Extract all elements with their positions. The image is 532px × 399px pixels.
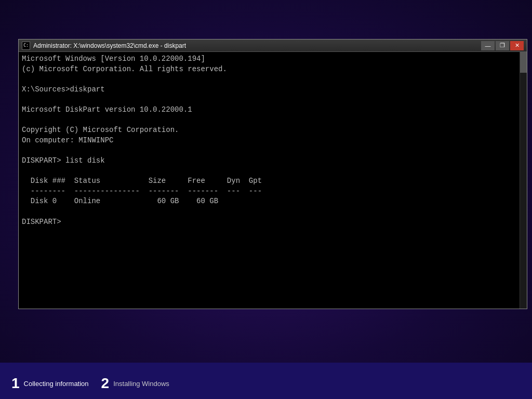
step-1: 1 Collecting information	[5, 376, 95, 391]
step-2-label: Installing Windows	[113, 380, 169, 388]
step-2-number: 2	[101, 376, 110, 391]
cmd-body[interactable]: Microsoft Windows [Version 10.0.22000.19…	[19, 52, 527, 309]
cmd-scrollbar[interactable]	[520, 52, 527, 309]
minimize-button[interactable]: —	[481, 41, 495, 50]
cmd-icon: C:	[22, 42, 30, 50]
cmd-scrollbar-thumb[interactable]	[520, 52, 527, 73]
cmd-output: Microsoft Windows [Version 10.0.22000.19…	[22, 54, 524, 227]
steps-area: 1 Collecting information 2 Installing Wi…	[0, 368, 532, 399]
taskbar: 1 Collecting information 2 Installing Wi…	[0, 363, 532, 399]
step-1-label: Collecting information	[24, 380, 89, 388]
step-2: 2 Installing Windows	[95, 376, 176, 391]
step-1-number: 1	[11, 376, 20, 391]
close-button[interactable]: ✕	[510, 41, 524, 50]
cmd-window-controls: — ❐ ✕	[481, 41, 524, 50]
cmd-title: Administrator: X:\windows\system32\cmd.e…	[33, 42, 481, 49]
restore-button[interactable]: ❐	[496, 41, 509, 50]
cmd-titlebar: C: Administrator: X:\windows\system32\cm…	[19, 39, 527, 52]
cmd-window: C: Administrator: X:\windows\system32\cm…	[18, 39, 527, 309]
